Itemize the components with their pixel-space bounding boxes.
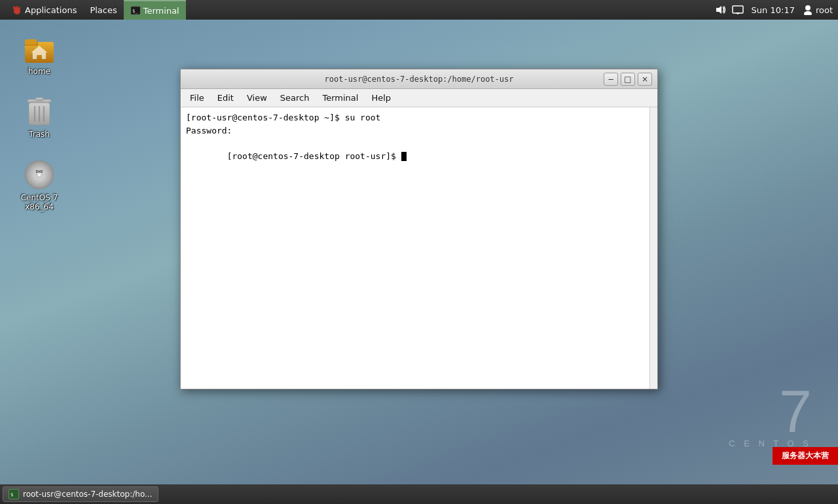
terminal-icon: $_ bbox=[130, 5, 141, 16]
places-label: Places bbox=[90, 5, 117, 15]
terminal-label: Terminal bbox=[143, 6, 179, 16]
trash-icon bbox=[24, 96, 55, 127]
terminal-line-1: [root-usr@centos-7-desktop ~]$ su root bbox=[186, 111, 652, 124]
terminal-scrollbar[interactable] bbox=[649, 107, 657, 389]
home-icon-label: home bbox=[28, 67, 50, 76]
file-menu[interactable]: File bbox=[185, 91, 210, 105]
centos-seven: 7 bbox=[729, 386, 815, 439]
svg-rect-14 bbox=[25, 39, 37, 45]
user-icon bbox=[803, 5, 813, 15]
centos-watermark: 7 C E N T O S bbox=[729, 386, 812, 448]
terminal-menu[interactable]: $_ Terminal bbox=[124, 0, 186, 20]
svg-point-1 bbox=[13, 7, 16, 10]
volume-icon[interactable] bbox=[715, 5, 727, 14]
svg-point-11 bbox=[804, 11, 812, 15]
desktop-icons: home bbox=[13, 33, 65, 212]
svg-text:$_: $_ bbox=[132, 9, 138, 14]
svg-text:$: $ bbox=[10, 492, 13, 497]
search-menu[interactable]: Search bbox=[275, 91, 315, 105]
svg-marker-6 bbox=[716, 6, 721, 14]
top-panel-left: Applications Places $_ Terminal bbox=[5, 0, 186, 20]
close-button[interactable]: × bbox=[638, 73, 652, 86]
dvd-icon-label: CentOS 7 x86_64 bbox=[13, 193, 65, 212]
user-area: root bbox=[803, 5, 833, 15]
top-panel: Applications Places $_ Terminal bbox=[0, 0, 838, 20]
svg-point-3 bbox=[18, 7, 20, 10]
svg-rect-17 bbox=[35, 98, 43, 101]
taskbar-terminal-icon: $ bbox=[9, 489, 19, 499]
applications-menu[interactable]: Applications bbox=[5, 0, 83, 20]
dvd-icon: DVD bbox=[24, 159, 55, 190]
username: root bbox=[816, 5, 833, 15]
terminal-menu-item[interactable]: Terminal bbox=[317, 91, 363, 105]
minimize-button[interactable]: − bbox=[604, 73, 618, 86]
taskbar-item-label: root-usr@centos-7-desktop:/ho... bbox=[23, 490, 153, 499]
bottom-right-badge: 服务器大本营 bbox=[773, 447, 838, 465]
terminal-cursor bbox=[401, 152, 407, 161]
svg-text:DVD: DVD bbox=[36, 170, 43, 173]
svg-rect-7 bbox=[733, 6, 743, 13]
terminal-line-3: [root@centos-7-desktop root-usr]$ bbox=[186, 137, 652, 175]
trash-icon-container[interactable]: Trash bbox=[13, 96, 65, 139]
taskbar-terminal-item[interactable]: $ root-usr@centos-7-desktop:/ho... bbox=[3, 486, 158, 502]
terminal-content[interactable]: [root-usr@centos-7-desktop ~]$ su root P… bbox=[181, 107, 657, 389]
terminal-title: root-usr@centos-7-desktop:/home/root-usr bbox=[325, 75, 514, 84]
top-panel-right: Sun 10:17 root bbox=[715, 5, 833, 15]
terminal-controls: − □ × bbox=[604, 73, 652, 86]
trash-icon-label: Trash bbox=[29, 130, 50, 139]
dvd-icon-container[interactable]: DVD CentOS 7 x86_64 bbox=[13, 159, 65, 212]
terminal-titlebar: root-usr@centos-7-desktop:/home/root-usr… bbox=[181, 69, 657, 89]
display-icon bbox=[732, 5, 744, 14]
desktop: home bbox=[0, 20, 838, 484]
bottom-panel: $ root-usr@centos-7-desktop:/ho... bbox=[0, 484, 838, 504]
svg-point-24 bbox=[38, 173, 41, 176]
system-tray bbox=[715, 5, 744, 14]
applications-label: Applications bbox=[25, 5, 77, 15]
home-icon-container[interactable]: home bbox=[13, 33, 65, 76]
places-menu[interactable]: Places bbox=[83, 0, 123, 20]
badge-text: 服务器大本营 bbox=[778, 449, 833, 463]
terminal-window: root-usr@centos-7-desktop:/home/root-usr… bbox=[180, 69, 658, 389]
maximize-button[interactable]: □ bbox=[621, 73, 635, 86]
clock: Sun 10:17 bbox=[752, 5, 795, 15]
edit-menu[interactable]: Edit bbox=[212, 91, 239, 105]
help-menu[interactable]: Help bbox=[366, 91, 396, 105]
terminal-line-2: Password: bbox=[186, 124, 652, 137]
terminal-menubar: File Edit View Search Terminal Help bbox=[181, 89, 657, 107]
gnome-foot-icon bbox=[12, 5, 22, 15]
svg-point-2 bbox=[16, 6, 18, 9]
svg-point-10 bbox=[805, 5, 811, 10]
home-folder-icon bbox=[24, 33, 55, 64]
view-menu[interactable]: View bbox=[242, 91, 272, 105]
